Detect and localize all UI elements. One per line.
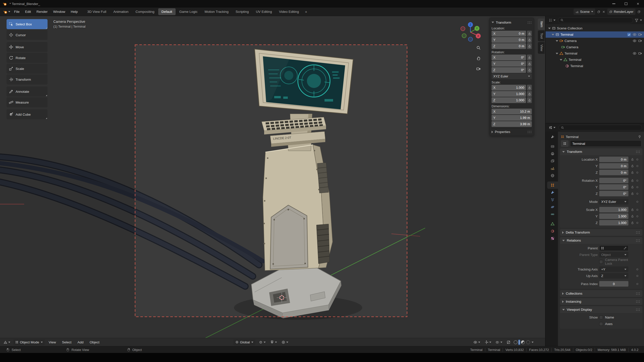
sidebar-tab-tool[interactable]: Tool	[538, 30, 545, 41]
outliner-row-terminal-object[interactable]: Terminal	[546, 50, 644, 57]
tool-transform[interactable]: Transform	[7, 74, 48, 84]
panel-grip[interactable]	[636, 239, 640, 242]
workspace-tab-compositing[interactable]: Compositing	[132, 8, 158, 15]
decorator-dot[interactable]	[636, 186, 638, 188]
show-name-checkbox[interactable]	[599, 315, 603, 319]
properties-search-input[interactable]	[558, 125, 642, 130]
workspace-tab-animation[interactable]: Animation	[110, 8, 132, 15]
lock-button[interactable]	[527, 85, 532, 90]
pivot-point-dropdown[interactable]	[258, 339, 267, 345]
tool-measure[interactable]: Measure	[7, 97, 48, 107]
lock-button[interactable]	[527, 55, 532, 60]
rotation-mode-dropdown[interactable]: XYZ Euler	[599, 199, 628, 204]
lock-button[interactable]	[527, 91, 532, 97]
menu-file[interactable]: File	[11, 9, 22, 15]
lock-icon[interactable]	[630, 164, 635, 167]
decorator-dot[interactable]	[636, 222, 638, 224]
maximize-button[interactable]	[620, 0, 632, 8]
properties-editor-type-button[interactable]	[548, 124, 556, 131]
workspace-tab-motion-tracking[interactable]: Motion Tracking	[201, 8, 232, 15]
lock-button[interactable]	[527, 67, 532, 73]
object-id-button[interactable]	[561, 140, 569, 147]
panel-grip[interactable]	[527, 130, 532, 133]
navigation-gizmo[interactable]: Z Y X	[458, 20, 482, 44]
parent-field[interactable]	[599, 245, 628, 251]
sidebar-tab-item[interactable]: Item	[538, 19, 545, 30]
lock-icon[interactable]	[630, 215, 635, 218]
camera-view-button[interactable]	[475, 65, 482, 72]
lock-button[interactable]	[527, 97, 532, 103]
lock-button[interactable]	[527, 43, 532, 49]
panel-grip[interactable]	[636, 150, 640, 153]
location-z-field[interactable]: 0 m	[599, 170, 628, 175]
shading-wireframe-button[interactable]	[514, 340, 517, 344]
workspace-tab-game-logic[interactable]: Game Logic	[176, 8, 201, 15]
pin-icon[interactable]	[638, 135, 641, 139]
add-workspace-button[interactable]: +	[303, 8, 309, 15]
decorator-dot[interactable]	[636, 201, 638, 203]
snap-toggle[interactable]	[269, 339, 278, 345]
menu-render[interactable]: Render	[34, 9, 50, 15]
parent-type-dropdown[interactable]: Object	[599, 252, 628, 257]
dimensions-y-field[interactable]: Y1.99 m	[492, 115, 532, 121]
hide-eye-icon[interactable]	[633, 33, 636, 36]
shading-rendered-button[interactable]	[526, 340, 530, 344]
disclosure-icon[interactable]	[556, 53, 558, 54]
location-y-field[interactable]: 0 m	[599, 163, 628, 169]
decorator-dot[interactable]	[636, 283, 638, 285]
viewport-menu-add[interactable]: Add	[75, 339, 86, 345]
lock-icon[interactable]	[630, 192, 635, 195]
outliner-row-camera-data[interactable]: Camera	[546, 44, 644, 50]
object-name-field[interactable]: Terminal	[570, 140, 641, 147]
tab-render[interactable]	[547, 143, 558, 150]
outliner-row-terminal-material[interactable]: Terminal	[546, 63, 644, 69]
proportional-editing-toggle[interactable]	[280, 339, 289, 345]
outliner-row-terminal-mesh[interactable]: Terminal	[546, 57, 644, 63]
shading-material-button[interactable]	[521, 340, 525, 344]
pan-button[interactable]	[475, 55, 482, 62]
tab-particles[interactable]	[547, 196, 558, 203]
tab-material[interactable]	[547, 228, 558, 235]
properties-subpanel-header[interactable]: Properties	[492, 128, 532, 134]
camera-parent-lock-checkbox[interactable]	[599, 260, 603, 264]
workspace-tab-3d-view-full[interactable]: 3D View Full	[84, 8, 110, 15]
decorator-dot[interactable]	[636, 159, 638, 160]
decorator-dot[interactable]	[636, 275, 638, 277]
tab-tool[interactable]	[547, 133, 558, 141]
workspace-tab-video-editing[interactable]: Video Editing	[276, 8, 302, 15]
outliner-row-scene-collection[interactable]: Scene Collection	[546, 25, 644, 31]
unlink-scene-button[interactable]	[602, 10, 605, 13]
overlays-toggle[interactable]	[495, 339, 503, 345]
scale-z-field[interactable]: Z1.000	[492, 97, 526, 103]
tab-output[interactable]	[547, 150, 558, 157]
disclosure-icon[interactable]	[548, 28, 551, 29]
new-view-layer-button[interactable]	[637, 10, 640, 13]
pass-index-field[interactable]: 0	[599, 281, 628, 287]
tab-object[interactable]	[547, 182, 558, 189]
transform-panel-header[interactable]: Transform	[492, 19, 532, 25]
eyedropper-icon[interactable]	[624, 247, 627, 250]
rotation-x-field[interactable]: 0°	[599, 178, 628, 183]
dimensions-x-field[interactable]: X10.2 m	[492, 109, 532, 114]
delta-transform-header[interactable]: Delta Transform	[560, 229, 642, 236]
new-scene-button[interactable]	[597, 10, 600, 13]
zoom-button[interactable]	[475, 44, 482, 51]
breadcrumb-object[interactable]: Terminal	[566, 135, 579, 139]
rotation-mode-dropdown[interactable]: XYZ Euler	[492, 73, 532, 79]
decorator-dot[interactable]	[636, 215, 638, 217]
disclosure-icon[interactable]	[552, 34, 554, 35]
instancing-header[interactable]: Instancing	[560, 298, 642, 305]
scale-z-field[interactable]: 1.000	[599, 220, 628, 225]
lock-icon[interactable]	[630, 158, 635, 161]
tool-add-cube[interactable]: Add Cube	[7, 109, 48, 119]
tab-world[interactable]	[547, 172, 558, 179]
show-axes-checkbox[interactable]	[599, 322, 603, 326]
dimensions-z-field[interactable]: Z3.99 m	[492, 121, 532, 127]
up-axis-dropdown[interactable]: Z	[599, 273, 628, 279]
exclude-checkbox[interactable]	[627, 33, 631, 36]
panel-grip[interactable]	[636, 231, 640, 234]
viewport-menu-view[interactable]: View	[47, 339, 58, 345]
lock-icon[interactable]	[630, 171, 635, 174]
gizmos-toggle[interactable]	[484, 339, 492, 345]
rotation-z-field[interactable]: 0°	[599, 191, 628, 196]
